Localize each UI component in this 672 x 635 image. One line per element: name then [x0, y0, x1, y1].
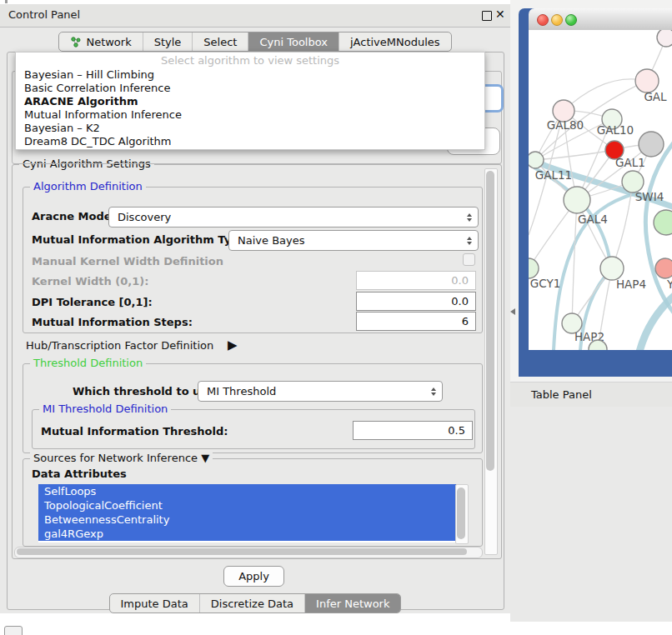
collapse-arrow-icon[interactable]: ▼ [201, 452, 209, 464]
hub-section-label[interactable]: Hub/Transcription Factor Definition [26, 339, 213, 352]
dpi-tolerance-value: 0.0 [451, 295, 469, 308]
cyni-algorithm-settings-group: Cyni Algorithm Settings Algorithm Defini… [12, 164, 502, 559]
dpi-tolerance-field[interactable]: 0.0 [356, 292, 476, 311]
aracne-mode-label: Aracne Mode: [32, 210, 116, 222]
network-node-top-right[interactable] [657, 30, 672, 47]
network-node-label: GAL1 [615, 156, 645, 169]
mi-threshold-value: 0.5 [448, 424, 465, 437]
attribute-list-item[interactable]: SelfLoops [38, 484, 465, 498]
algorithm-option[interactable]: Bayesian – K2 [16, 122, 484, 135]
screenshot-root: Control Panel ✕ NetworkStyleSelectCyni T… [0, 0, 672, 635]
network-edge[interactable] [535, 150, 614, 160]
settings-vertical-scrollbar[interactable] [484, 168, 498, 555]
which-threshold-value: MI Threshold [207, 385, 276, 398]
mi-algorithm-type-select[interactable]: Naive Bayes [228, 230, 479, 251]
tab-jactivemnodules[interactable]: jActiveMNodules [339, 32, 451, 51]
control-panel: Control Panel ✕ NetworkStyleSelectCyni T… [0, 4, 510, 613]
control-panel-title: Control Panel [8, 8, 80, 21]
close-icon[interactable]: ✕ [495, 8, 505, 21]
bottom-tab-bar: Impute DataDiscretize DataInfer Network [0, 593, 510, 613]
attribute-list-item[interactable]: BetweennessCentrality [38, 512, 465, 527]
network-edge[interactable] [564, 79, 647, 111]
stepper-arrows-icon [467, 237, 472, 245]
tab-discretize-data[interactable]: Discretize Data [200, 594, 305, 612]
which-threshold-label: Which threshold to use: [73, 385, 218, 398]
zoom-traffic-light[interactable] [565, 14, 577, 26]
tab-select[interactable]: Select [193, 32, 248, 51]
mi-algorithm-type-value: Naive Bayes [238, 234, 304, 247]
tab-impute-data[interactable]: Impute Data [110, 594, 200, 612]
mi-threshold-field[interactable]: 0.5 [353, 421, 473, 440]
network-node-gray-node[interactable] [639, 132, 664, 157]
mi-threshold-definition-title: MI Threshold Definition [39, 402, 171, 415]
network-node-label: GAL [644, 90, 667, 103]
manual-kernel-checkbox[interactable] [463, 253, 475, 266]
kernel-width-field[interactable]: 0.0 [356, 271, 476, 290]
tab-infer-network[interactable]: Infer Network [305, 594, 400, 612]
attribute-list-item[interactable]: gal4RGexp [38, 527, 465, 541]
apply-button[interactable]: Apply [223, 566, 284, 587]
settings-horizontal-scrollbar[interactable] [14, 547, 483, 558]
network-node-label: Y [666, 278, 672, 291]
network-node-GAL4[interactable] [564, 187, 590, 213]
algorithm-dropdown-placeholder: Select algorithm to view settings [16, 54, 484, 67]
scrollbar-thumb[interactable] [17, 548, 467, 555]
network-node-label: GAL80 [547, 118, 584, 132]
table-panel-header: Table Panel [510, 382, 672, 408]
top-tab-bar: NetworkStyleSelectCyni ToolboxjActiveMNo… [0, 32, 510, 52]
tab-style[interactable]: Style [143, 32, 193, 51]
minimize-traffic-light[interactable] [551, 14, 563, 26]
kernel-width-label: Kernel Width (0,1): [32, 275, 148, 288]
network-window-titlebar[interactable] [529, 8, 672, 31]
float-window-icon[interactable] [482, 11, 492, 21]
algorithm-option[interactable]: Mutual Information Inference [16, 108, 484, 122]
mi-steps-field[interactable]: 6 [356, 312, 476, 331]
collapsed-panel-button[interactable] [4, 626, 23, 635]
algorithm-option[interactable]: ARACNE Algorithm [16, 95, 484, 108]
attribute-list-item[interactable]: TopologicalCoefficient [38, 498, 465, 512]
network-edge[interactable] [572, 200, 577, 323]
algorithm-option[interactable]: Bayesian – Hill Climbing [16, 68, 484, 82]
scrollbar-thumb[interactable] [457, 488, 465, 539]
network-node-label: GCY1 [530, 277, 561, 290]
algorithm-dropdown: Select algorithm to view settings Bayesi… [15, 52, 485, 150]
attributes-vertical-scrollbar[interactable] [455, 484, 469, 544]
table-panel-body: ⚙ shared...name YDL19...YDL19...13YDR27.… [510, 407, 672, 622]
network-node-GCY1[interactable] [529, 258, 539, 278]
network-node-GAL11[interactable] [529, 152, 544, 168]
tab-cyni-toolbox[interactable]: Cyni Toolbox [248, 32, 339, 51]
network-node-GAL-cut[interactable] [635, 69, 659, 92]
mi-steps-label: Mutual Information Steps: [32, 316, 193, 328]
top-notch [5, 0, 8, 3]
sources-title: Sources for Network Inference ▼ [30, 452, 213, 464]
network-node-label: GAL4 [578, 212, 608, 226]
expand-arrow-icon[interactable]: ▶ [228, 338, 238, 352]
data-attributes-list[interactable]: SelfLoopsTopologicalCoefficientBetweenne… [38, 484, 465, 542]
sources-group: Sources for Network Inference ▼ Data Att… [23, 458, 483, 547]
mi-algorithm-type-label: Mutual Information Algorithm Type: [32, 233, 251, 246]
network-canvas[interactable]: GALGAL80GAL10GAL1GAL11SWI4GAL4GCY1HAP4YH… [529, 30, 672, 350]
scrollbar-thumb[interactable] [486, 171, 494, 471]
network-node-green-right[interactable] [654, 210, 672, 235]
algorithm-dropdown-list: Bayesian – Hill ClimbingBasic Correlatio… [16, 68, 484, 148]
manual-kernel-label: Manual Kernel Width Definition [32, 255, 223, 268]
close-traffic-light[interactable] [537, 14, 549, 26]
network-node-HAP4[interactable] [600, 257, 624, 280]
mi-steps-value: 6 [462, 315, 469, 328]
panel-splitter-arrow-icon[interactable] [510, 308, 515, 315]
data-attributes-label: Data Attributes [32, 468, 127, 480]
network-graph[interactable]: GALGAL80GAL10GAL1GAL11SWI4GAL4GCY1HAP4YH… [529, 30, 672, 350]
network-node-salmon-node[interactable] [655, 258, 672, 278]
mi-threshold-label: Mutual Information Threshold: [41, 425, 228, 438]
tab-network[interactable]: Network [59, 32, 143, 51]
threshold-definition-title: Threshold Definition [30, 357, 146, 369]
algorithm-option[interactable]: Basic Correlation Inference [16, 82, 484, 95]
which-threshold-select[interactable]: MI Threshold [198, 381, 443, 402]
threshold-definition-group: Threshold Definition Which threshold to … [23, 363, 483, 453]
aracne-mode-value: Discovery [118, 211, 171, 223]
network-node-label: GAL11 [535, 168, 572, 182]
network-node-label: HAP4 [616, 278, 646, 291]
algorithm-option[interactable]: Dream8 DC_TDC Algorithm [16, 135, 484, 148]
aracne-mode-select[interactable]: Discovery [108, 207, 479, 228]
network-edge-thick[interactable] [639, 293, 672, 350]
